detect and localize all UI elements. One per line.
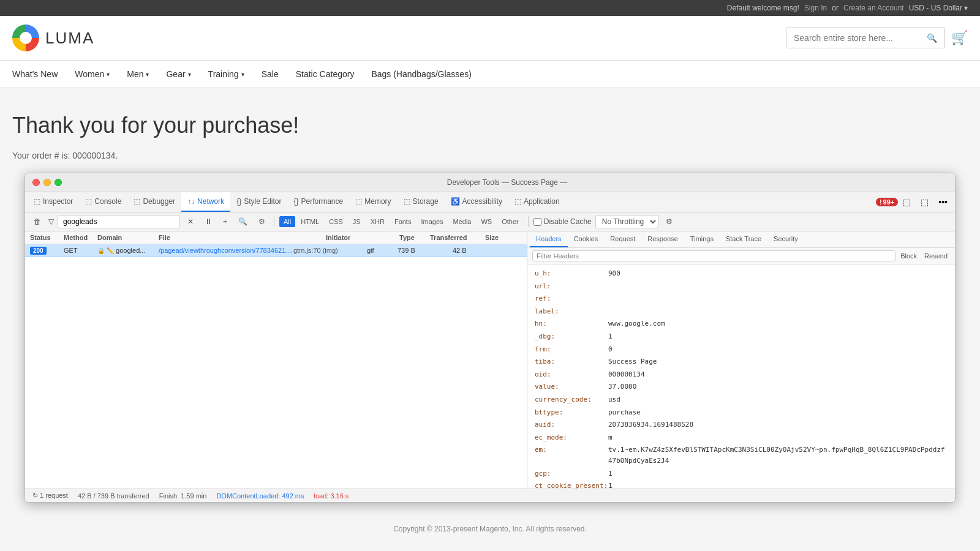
throttle-select[interactable]: No Throttling — [595, 215, 658, 228]
headers-tab-cookies[interactable]: Cookies — [568, 231, 605, 247]
header-key: u_h: — [535, 268, 608, 279]
filter-css[interactable]: CSS — [325, 216, 347, 227]
or-separator: or — [832, 4, 839, 12]
nav-item-sale[interactable]: Sale — [262, 61, 279, 88]
headers-tab-stack-trace[interactable]: Stack Trace — [720, 231, 767, 247]
signin-link[interactable]: Sign In — [804, 4, 827, 12]
tab-application[interactable]: ⬚ Application — [508, 192, 566, 212]
tab-debugger[interactable]: ⬚ Debugger — [127, 192, 181, 212]
throttle-settings-icon[interactable]: ⚙ — [662, 216, 676, 228]
women-chevron-icon: ▾ — [107, 71, 110, 78]
nav-item-men[interactable]: Men ▾ — [127, 61, 149, 88]
tab-storage[interactable]: ⬚ Storage — [398, 192, 445, 212]
copyright-text: Copyright © 2013-present Magento, Inc. A… — [393, 525, 587, 533]
disable-cache-label[interactable]: Disable Cache — [533, 217, 592, 226]
table-row[interactable]: 200 GET 🔒 ✏️ googled... /pagead/viewthro… — [25, 244, 527, 257]
header-row: em: tv.1~em.K7wZ4z5XfevBlSTWITApcKmC3N3S… — [535, 444, 948, 466]
row-size: 42 B — [453, 247, 489, 254]
headers-tab-response[interactable]: Response — [641, 231, 684, 247]
filter-ws[interactable]: WS — [477, 216, 496, 227]
filter-fonts[interactable]: Fonts — [390, 216, 416, 227]
search-box[interactable]: 🔍 — [786, 28, 945, 48]
headers-tabs: Headers Cookies Request Response Timings… — [527, 231, 955, 248]
logo-area: LUMA — [12, 24, 94, 51]
header-key: url: — [535, 281, 608, 292]
filter-all[interactable]: All — [279, 216, 295, 227]
nav-item-gear[interactable]: Gear ▾ — [166, 61, 190, 88]
currency-selector[interactable]: USD - US Dollar ▾ — [909, 4, 968, 12]
thank-you-title: Thank you for your purchase! — [12, 113, 968, 138]
filter-images[interactable]: Images — [417, 216, 447, 227]
maximize-button[interactable] — [55, 179, 62, 186]
screenshot-icon[interactable]: ⬚ — [916, 195, 933, 209]
search-filter-button[interactable]: 🔍 — [235, 216, 251, 228]
gear-chevron-icon: ▾ — [188, 71, 191, 78]
filter-headers-input[interactable] — [532, 250, 895, 261]
tab-network[interactable]: ↑↓ Network — [181, 192, 230, 212]
nav-item-bags[interactable]: Bags (Handbags/Glasses) — [371, 61, 471, 88]
refresh-icon[interactable]: ↻ — [32, 492, 38, 499]
header-initiator: Initiator — [326, 234, 399, 241]
headers-tab-security[interactable]: Security — [767, 231, 804, 247]
headers-panel: Headers Cookies Request Response Timings… — [527, 231, 955, 489]
filter-input[interactable] — [58, 215, 180, 228]
nav-item-static-category[interactable]: Static Category — [296, 61, 355, 88]
header-key: oid: — [535, 369, 608, 380]
logo-text[interactable]: LUMA — [45, 29, 94, 48]
nav-item-training[interactable]: Training ▾ — [208, 61, 244, 88]
nav-item-women[interactable]: Women ▾ — [75, 61, 110, 88]
minimize-button[interactable] — [43, 179, 51, 186]
responsive-icon[interactable]: ⬚ — [898, 195, 916, 209]
add-filter-button[interactable]: + — [219, 216, 231, 228]
logo-icon[interactable] — [12, 24, 39, 51]
network-tab-icon: ↑↓ — [187, 197, 195, 206]
cart-icon[interactable]: 🛒 — [951, 30, 968, 46]
tab-performance[interactable]: {} Performance — [288, 192, 350, 212]
create-account-link[interactable]: Create an Account — [843, 4, 904, 12]
header-domain: Domain — [97, 234, 159, 241]
more-options-icon[interactable]: ••• — [933, 195, 952, 209]
devtools-toolbar: 🗑 ▽ ✕ ⏸ + 🔍 ⚙ All HTML CSS JS XHR Fonts … — [25, 212, 955, 231]
headers-tab-timings[interactable]: Timings — [684, 231, 720, 247]
filter-icon: ▽ — [48, 217, 54, 226]
resend-button[interactable]: Resend — [922, 251, 950, 261]
filter-media[interactable]: Media — [449, 216, 476, 227]
tab-inspector[interactable]: ⬚ Inspector — [28, 192, 79, 212]
header-type: Type — [399, 234, 430, 241]
header-key: gcp: — [535, 468, 608, 479]
toolbar-separator-2 — [528, 216, 529, 227]
filter-other[interactable]: Other — [497, 216, 523, 227]
error-badge[interactable]: ! 99+ — [876, 198, 898, 206]
headers-content: u_h: 900 url: ref: label: — [527, 264, 955, 489]
console-tab-icon: ⬚ — [85, 197, 92, 206]
tab-accessibility[interactable]: ♿ Accessibility — [445, 192, 508, 212]
filter-js[interactable]: JS — [349, 216, 365, 227]
tab-style-editor[interactable]: {} Style Editor — [230, 192, 287, 212]
nav-item-whats-new[interactable]: What's New — [12, 61, 58, 88]
settings-icon[interactable]: ⚙ — [255, 216, 269, 228]
headers-tab-request[interactable]: Request — [604, 231, 641, 247]
filter-html[interactable]: HTML — [296, 216, 323, 227]
header-value: 37.0000 — [608, 381, 636, 392]
headers-tab-headers[interactable]: Headers — [530, 231, 568, 247]
devtools-statusbar: ↻ 1 request 42 B / 739 B transferred Fin… — [25, 489, 955, 502]
domcontent-loaded: DOMContentLoaded: 492 ms — [216, 492, 304, 500]
header-key: em: — [535, 444, 608, 466]
pause-button[interactable]: ⏸ — [201, 216, 216, 228]
site-footer: Copyright © 2013-present Magento, Inc. A… — [0, 515, 980, 543]
block-button[interactable]: Block — [898, 251, 919, 261]
requests-count: ↻ 1 request — [32, 492, 68, 500]
filter-xhr[interactable]: XHR — [366, 216, 389, 227]
tab-console[interactable]: ⬚ Console — [79, 192, 127, 212]
disable-cache-checkbox[interactable] — [533, 218, 541, 226]
close-button[interactable] — [32, 179, 40, 186]
tab-memory[interactable]: ⬚ Memory — [349, 192, 397, 212]
header-row: value: 37.0000 — [535, 381, 948, 392]
search-input[interactable] — [794, 33, 927, 43]
header-value: 1 — [608, 331, 612, 342]
clear-filter-button[interactable]: ✕ — [184, 216, 197, 228]
requests-label: 1 request — [40, 492, 68, 499]
search-icon[interactable]: 🔍 — [927, 33, 937, 43]
clear-button[interactable]: 🗑 — [30, 216, 45, 228]
network-list: Status Method Domain File Initiator Type… — [25, 231, 527, 489]
